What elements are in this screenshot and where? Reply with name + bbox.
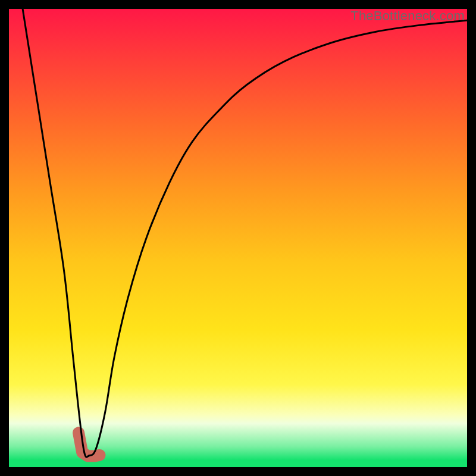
watermark-text: TheBottleneck.com (350, 9, 465, 24)
chart-frame: TheBottleneck.com (0, 0, 476, 476)
chart-svg (9, 9, 467, 467)
plot-area: TheBottleneck.com (9, 9, 467, 467)
